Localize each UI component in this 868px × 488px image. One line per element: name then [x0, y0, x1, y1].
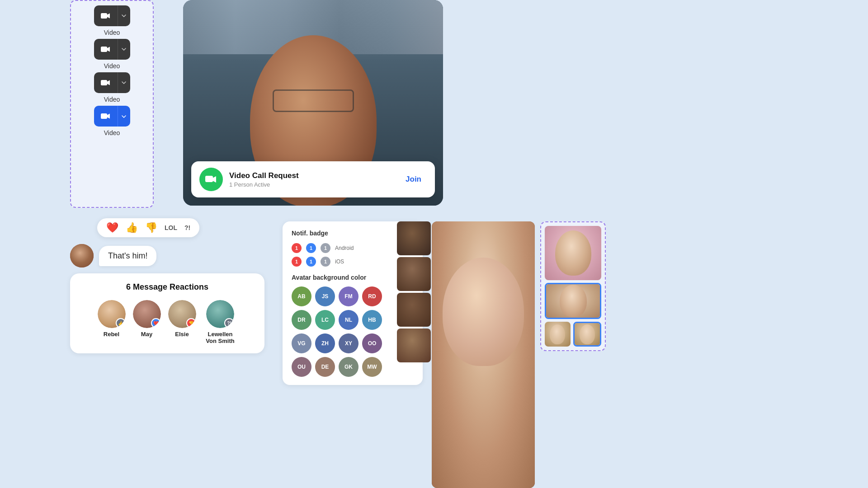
main-video-container: Video Call Request 1 Person Active Join — [183, 0, 443, 206]
avatar-circle-DR[interactable]: DR — [292, 310, 311, 330]
right-photo-selection-panel — [540, 221, 606, 351]
badge-row-android: 1 1 1 Android — [292, 243, 414, 253]
video-call-notification: Video Call Request 1 Person Active Join — [191, 161, 435, 197]
avatar-color-grid: AB JS FM RD DR LC NL HB VG ZH XY OO OU D… — [292, 286, 414, 377]
lewellen-reaction-badge: ?! — [224, 318, 234, 328]
profile-thumb-2[interactable] — [397, 257, 431, 291]
video-arrow-icon-0[interactable] — [118, 5, 130, 26]
avatar-bg-title: Avatar background color — [292, 274, 414, 281]
avatar-circle-XY[interactable]: XY — [339, 333, 359, 353]
avatar-circle-JS[interactable]: JS — [315, 286, 335, 306]
profile-photos-column — [397, 221, 431, 362]
chat-message-text: That's him! — [108, 251, 147, 260]
right-photo-mid-selected[interactable] — [545, 283, 601, 319]
profile-thumb-3[interactable] — [397, 293, 431, 327]
reaction-person-may: ❤️ May — [133, 300, 161, 344]
avatar-bg-section: Avatar background color AB JS FM RD DR L… — [292, 274, 414, 377]
notif-text-container: Video Call Request 1 Person Active — [229, 171, 394, 188]
reactions-card-title: 6 Message Reactions — [81, 282, 254, 292]
svg-rect-4 — [205, 176, 213, 182]
video-label-3: Video — [104, 129, 120, 136]
reaction-heart[interactable]: ❤️ — [106, 222, 118, 234]
video-btn-item-0: Video — [94, 5, 130, 36]
right-photos-bottom-row — [545, 322, 601, 347]
right-photo-small-2-selected[interactable] — [573, 322, 602, 347]
message-reactions-card: 6 Message Reactions 👍 Rebel ❤️ May — [70, 273, 264, 353]
platform-ios: iOS — [335, 258, 344, 265]
reaction-person-lewellen: ?! Lewellen Von Smith — [203, 300, 237, 344]
svg-rect-3 — [101, 113, 107, 119]
rebel-avatar: 👍 — [98, 300, 126, 328]
avatar-circle-ZH[interactable]: ZH — [315, 333, 335, 353]
video-label-0: Video — [104, 29, 120, 36]
svg-rect-0 — [101, 13, 107, 19]
video-btn-item-1: Video — [94, 39, 130, 70]
may-reaction-badge: ❤️ — [151, 318, 161, 328]
right-photo-top[interactable] — [545, 226, 601, 280]
video-arrow-icon-3[interactable] — [118, 106, 130, 127]
large-face-photo — [432, 221, 535, 488]
platform-android: Android — [335, 245, 354, 251]
reaction-question[interactable]: ?! — [184, 224, 190, 231]
rebel-name: Rebel — [104, 331, 119, 338]
avatar-circle-AB[interactable]: AB — [292, 286, 311, 306]
reaction-person-elsie: 👎 Elsie — [168, 300, 196, 344]
right-photo-small-1[interactable] — [545, 322, 571, 347]
notif-subtitle: 1 Person Active — [229, 181, 394, 188]
lewellen-avatar: ?! — [206, 300, 234, 328]
video-arrow-icon-1[interactable] — [118, 39, 130, 60]
avatar-circle-GK[interactable]: GK — [339, 357, 359, 377]
svg-rect-1 — [101, 47, 107, 52]
badge-row-ios: 1 1 1 iOS — [292, 257, 414, 267]
video-camera-icon-3[interactable] — [94, 106, 118, 127]
video-btn-item-3: Video — [94, 106, 130, 136]
avatar-circle-HB[interactable]: HB — [362, 310, 382, 330]
badge-gray-android: 1 — [321, 243, 330, 253]
avatar-circle-FM[interactable]: FM — [339, 286, 359, 306]
video-label-1: Video — [104, 62, 120, 70]
badge-red-android: 1 — [292, 243, 302, 253]
video-call-icon — [199, 168, 223, 191]
join-button[interactable]: Join — [400, 172, 427, 187]
lewellen-name: Lewellen Von Smith — [203, 331, 237, 344]
may-name: May — [141, 331, 152, 338]
profile-thumb-1[interactable] — [397, 221, 431, 255]
avatar-circle-RD[interactable]: RD — [362, 286, 382, 306]
reaction-lol[interactable]: LOL — [165, 224, 177, 231]
chat-bubble: That's him! — [99, 246, 156, 266]
avatar-circle-LC[interactable]: LC — [315, 310, 335, 330]
video-camera-icon-2[interactable] — [94, 72, 118, 93]
may-avatar: ❤️ — [133, 300, 161, 328]
rebel-reaction-badge: 👍 — [116, 318, 126, 328]
reaction-thumbsup[interactable]: 👍 — [126, 222, 138, 234]
avatar-circle-DE[interactable]: DE — [315, 357, 335, 377]
video-camera-icon-1[interactable] — [94, 39, 118, 60]
svg-rect-2 — [101, 80, 107, 85]
video-camera-icon-0[interactable] — [94, 5, 118, 26]
badge-red-ios: 1 — [292, 257, 302, 267]
avatar-circle-OU[interactable]: OU — [292, 357, 311, 377]
avatar-circle-OO[interactable]: OO — [362, 333, 382, 353]
elsie-reaction-badge: 👎 — [186, 318, 196, 328]
reactions-bar: ❤️ 👍 👎 LOL ?! — [97, 218, 199, 237]
video-arrow-icon-2[interactable] — [118, 72, 130, 93]
profile-thumb-4[interactable] — [397, 328, 431, 362]
chat-message-row: That's him! — [70, 244, 156, 267]
notif-title: Video Call Request — [229, 171, 394, 180]
video-btn-item-2: Video — [94, 72, 130, 103]
reaction-thumbsdown[interactable]: 👎 — [145, 222, 157, 234]
elsie-name: Elsie — [175, 331, 189, 338]
badge-gray-ios: 1 — [321, 257, 330, 267]
elsie-avatar: 👎 — [168, 300, 196, 328]
reactions-people-list: 👍 Rebel ❤️ May 👎 Elsie — [81, 300, 254, 344]
notif-badge-title: Notif. badge — [292, 230, 414, 237]
badge-blue-ios: 1 — [306, 257, 316, 267]
avatar-circle-MW[interactable]: MW — [362, 357, 382, 377]
reaction-person-rebel: 👍 Rebel — [98, 300, 126, 344]
avatar-circle-VG[interactable]: VG — [292, 333, 311, 353]
sender-avatar — [70, 244, 94, 267]
video-label-2: Video — [104, 96, 120, 103]
avatar-circle-NL[interactable]: NL — [339, 310, 359, 330]
badge-blue-android: 1 — [306, 243, 316, 253]
